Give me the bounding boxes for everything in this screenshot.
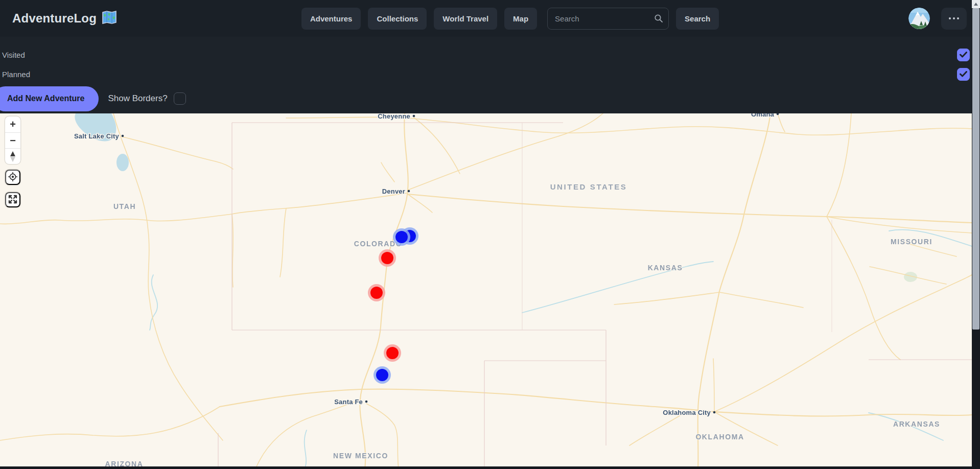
more-menu-button[interactable] <box>941 8 967 30</box>
adventure-marker-visited[interactable] <box>368 284 385 301</box>
checkmark-icon <box>960 52 967 58</box>
show-borders-label: Show Borders? <box>108 93 167 104</box>
avatar[interactable] <box>908 8 930 29</box>
search-input[interactable] <box>547 8 669 30</box>
planned-filter-row: Planned <box>0 64 980 84</box>
visited-checkbox[interactable] <box>957 49 970 61</box>
geolocate-button[interactable] <box>5 170 20 185</box>
add-new-adventure-button[interactable]: Add New Adventure <box>0 86 99 111</box>
adventure-marker-visited[interactable] <box>379 249 396 267</box>
planned-checkbox[interactable] <box>957 68 970 81</box>
navbar-right <box>908 8 967 30</box>
adventure-marker-planned[interactable] <box>393 228 410 246</box>
zoom-in-button[interactable]: + <box>5 116 20 132</box>
world-map-emoji-icon <box>102 11 117 26</box>
brand[interactable]: AdventureLog <box>12 11 117 26</box>
page-scrollbar[interactable] <box>972 0 980 469</box>
zoom-out-button[interactable]: − <box>5 132 20 148</box>
marker-layer <box>0 113 972 466</box>
nav-item-map[interactable]: Map <box>504 8 537 30</box>
navbar: AdventureLog AdventuresCollectionsWorld … <box>0 0 980 37</box>
map-actions-row: Add New Adventure Show Borders? <box>0 84 980 113</box>
checkmark-icon <box>960 71 967 77</box>
compass-icon <box>10 151 16 162</box>
nav-item-world-travel[interactable]: World Travel <box>434 8 497 30</box>
map-canvas[interactable]: CheyenneSalt Lake CityOmahaDenverSanta F… <box>0 113 972 466</box>
scroll-up-button[interactable] <box>972 0 980 8</box>
compass-button[interactable] <box>5 148 20 164</box>
filter-panel: Visited Planned Add New Adventure Show B… <box>0 37 980 113</box>
marker-core <box>376 369 388 381</box>
nav-items: AdventuresCollectionsWorld TravelMap <box>301 8 537 30</box>
marker-core <box>386 347 399 359</box>
geolocate-icon <box>8 172 18 183</box>
visited-label: Visited <box>2 51 25 59</box>
adventure-marker-visited[interactable] <box>384 344 401 362</box>
triangle-up-icon <box>974 3 978 6</box>
search-button[interactable]: Search <box>676 8 719 30</box>
nav-menu: AdventuresCollectionsWorld TravelMap Sea… <box>301 8 719 30</box>
fullscreen-button[interactable] <box>5 192 20 207</box>
adventure-marker-planned[interactable] <box>374 366 391 384</box>
scrollbar-thumb[interactable] <box>972 8 979 330</box>
zoom-control-group: + − <box>5 116 20 164</box>
show-borders-checkbox[interactable] <box>174 92 186 105</box>
fullscreen-icon <box>8 194 18 206</box>
nav-item-adventures[interactable]: Adventures <box>301 8 361 30</box>
marker-core <box>395 231 408 243</box>
navbar-search <box>547 8 669 30</box>
brand-title: AdventureLog <box>12 11 97 26</box>
marker-core <box>381 252 393 264</box>
ellipsis-icon <box>949 17 959 19</box>
nav-item-collections[interactable]: Collections <box>368 8 427 30</box>
visited-filter-row: Visited <box>0 45 980 64</box>
planned-label: Planned <box>2 70 30 79</box>
marker-core <box>370 287 383 299</box>
